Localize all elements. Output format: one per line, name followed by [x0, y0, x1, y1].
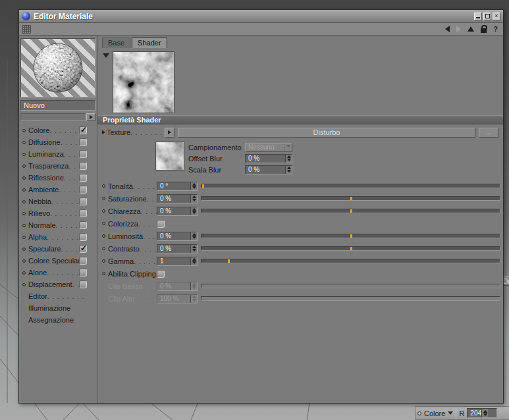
maximize-button[interactable] [483, 13, 491, 20]
spinner-down-icon[interactable] [192, 211, 196, 214]
channel-row-trasparenza[interactable]: Trasparenza [20, 160, 95, 172]
slider-gamma[interactable] [201, 259, 500, 263]
window-titlebar[interactable]: Editor Materiale × [19, 10, 503, 23]
slider-saturazione[interactable] [201, 196, 500, 201]
slider-marker[interactable] [350, 234, 352, 238]
slider-marker[interactable] [350, 197, 352, 200]
spinner-arrows[interactable] [190, 182, 197, 190]
back-icon[interactable] [445, 26, 450, 32]
channel-checkbox-colore-speculare[interactable] [79, 257, 87, 265]
chevron-down-icon[interactable] [448, 411, 453, 417]
slider-contrasto[interactable] [201, 246, 500, 251]
channel-checkbox-normale[interactable] [79, 221, 87, 229]
channel-checkbox-trasparenza[interactable] [79, 162, 87, 170]
spinner-arrows[interactable] [190, 257, 197, 265]
close-button[interactable]: × [493, 13, 500, 20]
slider-clip-alto[interactable] [201, 296, 500, 301]
checkbox-abilita-clipping[interactable] [157, 270, 165, 278]
channel-row-luminanza[interactable]: Luminanza [20, 148, 95, 160]
slider-marker[interactable] [350, 247, 352, 250]
channel-row-displacement[interactable]: Displacement [20, 278, 95, 290]
channel-row-diffusione[interactable]: Diffusione [20, 136, 95, 148]
value-clip-basso[interactable]: 0 % [157, 282, 198, 291]
spinner-up-icon[interactable] [192, 246, 196, 248]
texture-thumbnail[interactable] [155, 142, 184, 171]
spinner-down-icon[interactable] [192, 186, 196, 189]
forward-icon[interactable] [456, 26, 461, 32]
lock-icon[interactable] [481, 28, 487, 33]
channel-checkbox-rilievo[interactable] [79, 209, 87, 217]
channel-row-illuminazione[interactable]: Illuminazione [20, 302, 95, 314]
channel-checkbox-riflessione[interactable] [79, 174, 87, 182]
slider-marker[interactable] [202, 184, 204, 188]
spinner-arrows[interactable] [190, 282, 197, 290]
checkbox-colorizza[interactable] [157, 220, 165, 228]
spinner-arrows[interactable] [190, 207, 197, 215]
sampling-dropdown[interactable]: Nessuno [245, 143, 292, 152]
value-contrasto[interactable]: 0 % [157, 244, 198, 253]
spinner-arrows[interactable] [190, 232, 197, 240]
value-luminosit[interactable]: 0 % [157, 232, 198, 241]
channel-row-rilievo[interactable]: Rilievo [20, 207, 95, 219]
channel-checkbox-diffusione[interactable] [79, 138, 87, 146]
spinner-arrows[interactable] [190, 195, 197, 203]
spinner-down-icon[interactable] [287, 159, 291, 161]
spinner-arrows[interactable] [190, 245, 197, 253]
spinner-down-icon[interactable] [192, 249, 196, 251]
channel-row-colore[interactable]: Colore [20, 124, 95, 136]
value-chiarezza[interactable]: 0 % [157, 207, 198, 216]
slider-luminosit[interactable] [201, 234, 500, 238]
channel-row-nebbia[interactable]: Nebbia [20, 196, 95, 207]
collapse-icon[interactable] [103, 53, 109, 58]
material-name-input[interactable]: Nuovo [20, 100, 95, 111]
spinner-down-icon[interactable] [483, 413, 487, 416]
tab-base[interactable]: Base [102, 38, 130, 48]
offset-blur-input[interactable]: 0 % [245, 154, 292, 163]
tab-shader[interactable]: Shader [132, 38, 167, 48]
spinner-arrows[interactable] [285, 166, 292, 174]
shader-name-button[interactable]: Disturbo [178, 128, 475, 138]
value-gamma[interactable]: 1 [157, 257, 198, 266]
spinner-down-icon[interactable] [192, 261, 196, 264]
spinner-down-icon[interactable] [192, 199, 196, 201]
slider-tonalit[interactable] [201, 184, 500, 188]
grid-icon[interactable] [22, 25, 31, 34]
material-preview[interactable] [20, 38, 95, 97]
slider-marker[interactable] [350, 209, 352, 213]
spinner-up-icon[interactable] [192, 183, 196, 186]
preview-options-button[interactable] [86, 113, 95, 121]
channel-checkbox-speculare[interactable] [79, 245, 87, 253]
channel-row-alpha[interactable]: Alpha [20, 231, 95, 243]
channel-checkbox-alone[interactable] [79, 269, 87, 276]
spinner-arrows[interactable] [190, 295, 197, 303]
color-dropdown-label[interactable]: Colore [424, 409, 445, 417]
spinner-up-icon[interactable] [483, 410, 487, 413]
spinner-arrows[interactable] [285, 155, 292, 163]
spinner-down-icon[interactable] [192, 299, 196, 302]
spinner-up-icon[interactable] [192, 258, 196, 261]
channel-row-riflessione[interactable]: Riflessione [20, 172, 95, 184]
channel-checkbox-luminanza[interactable] [79, 150, 87, 158]
spinner-up-icon[interactable] [287, 167, 291, 169]
red-channel-value[interactable]: 204 [467, 408, 497, 418]
channel-row-speculare[interactable]: Speculare [20, 243, 95, 255]
slider-marker[interactable] [228, 259, 230, 263]
spinner-up-icon[interactable] [192, 283, 196, 286]
slider-chiarezza[interactable] [201, 209, 500, 213]
spinner-down-icon[interactable] [192, 286, 196, 289]
spinner-up-icon[interactable] [192, 208, 196, 211]
slider-clip-basso[interactable] [201, 284, 500, 288]
help-icon[interactable]: ? [493, 25, 498, 33]
spinner-down-icon[interactable] [287, 170, 291, 172]
browse-button[interactable]: ... [479, 128, 498, 138]
value-tonalit[interactable]: 0 ° [157, 182, 198, 191]
channel-checkbox-ambiente[interactable] [79, 186, 87, 194]
channel-row-alone[interactable]: Alone [20, 267, 95, 278]
channel-row-normale[interactable]: Normale [20, 219, 95, 231]
scale-blur-input[interactable]: 0 % [245, 165, 292, 174]
expand-right-icon[interactable] [102, 130, 105, 134]
channel-row-ambiente[interactable]: Ambiente [20, 184, 95, 196]
shader-preview-thumbnail[interactable] [113, 51, 174, 113]
minimize-button[interactable] [474, 13, 482, 20]
value-clip-alto[interactable]: 100 % [157, 294, 198, 303]
